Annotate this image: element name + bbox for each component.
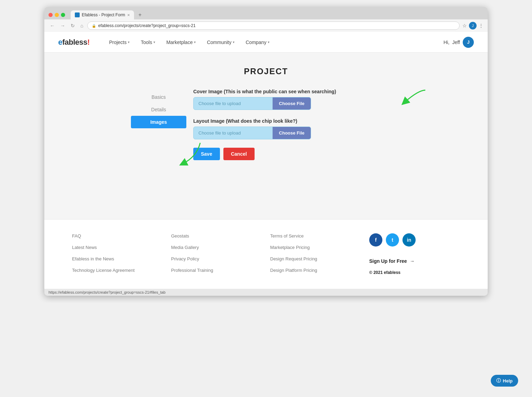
minimize-dot[interactable] — [55, 13, 59, 17]
tab-favicon — [75, 12, 80, 17]
layout-choose-file-button[interactable]: Choose File — [273, 127, 311, 139]
chevron-down-icon: ▾ — [233, 40, 234, 44]
bookmark-icon[interactable]: ☆ — [462, 23, 467, 28]
save-button[interactable]: Save — [193, 148, 220, 160]
chevron-down-icon: ▾ — [153, 40, 155, 44]
footer-grid: FAQ Latest News Efabless in the News Tec… — [72, 233, 460, 275]
facebook-button[interactable]: f — [369, 233, 382, 247]
page-title: PROJECT — [51, 67, 481, 76]
sidebar-nav: Basics Details Images — [131, 89, 186, 160]
tab-title: Efabless - Project Form — [82, 12, 125, 17]
form-layout: Basics Details Images Cover Image (This … — [131, 89, 401, 160]
footer-link-privacy[interactable]: Privacy Policy — [171, 256, 262, 261]
browser-tab[interactable]: Efabless - Project Form ✕ — [71, 10, 134, 19]
menu-icon[interactable]: ⋮ — [479, 23, 484, 28]
browser-actions: ☆ J ⋮ — [462, 22, 484, 29]
cancel-button[interactable]: Cancel — [223, 148, 255, 160]
signup-link[interactable]: Sign Up for Free → — [369, 258, 460, 264]
browser-window: Efabless - Project Form ✕ + ← → ↻ ⌂ 🔒 ef… — [44, 7, 488, 296]
new-tab-icon[interactable]: + — [138, 12, 141, 18]
chevron-down-icon: ▾ — [128, 40, 130, 44]
footer-link-efabless-news[interactable]: Efabless in the News — [72, 256, 163, 261]
footer-link-license[interactable]: Technology License Agreement — [72, 268, 163, 273]
layout-file-wrapper: Choose file to upload Choose File — [193, 127, 401, 139]
copyright: © 2021 efabless — [369, 270, 460, 275]
footer-link-geostats[interactable]: Geostats — [171, 233, 262, 239]
chevron-down-icon: ▾ — [194, 40, 196, 44]
window-controls — [48, 13, 65, 17]
avatar[interactable]: J — [463, 37, 474, 48]
browser-titlebar: Efabless - Project Form ✕ + — [44, 7, 488, 19]
sidebar-item-basics[interactable]: Basics — [131, 91, 186, 103]
linkedin-button[interactable]: in — [402, 233, 416, 247]
maximize-dot[interactable] — [61, 13, 65, 17]
cover-file-wrapper: Choose file to upload Choose File — [193, 97, 401, 110]
footer-link-media-gallery[interactable]: Media Gallery — [171, 245, 262, 250]
user-profile-icon[interactable]: J — [469, 22, 477, 29]
cover-file-input-row: Choose file to upload Choose File — [193, 97, 311, 110]
close-dot[interactable] — [48, 13, 53, 17]
address-bar[interactable]: 🔒 efabless.com/projects/create?project_g… — [87, 21, 460, 30]
user-greeting: Hi, — [444, 40, 450, 45]
logo[interactable]: efabless! — [58, 38, 90, 47]
footer-col-1: FAQ Latest News Efabless in the News Tec… — [72, 233, 163, 275]
twitter-button[interactable]: t — [386, 233, 399, 247]
layout-file-input-row: Choose file to upload Choose File — [193, 127, 311, 139]
url-text: efabless.com/projects/create?project_gro… — [98, 23, 195, 28]
tab-close-icon[interactable]: ✕ — [127, 13, 130, 17]
nav-user: Hi, Jeff J — [444, 37, 474, 48]
footer-link-tos[interactable]: Terms of Service — [270, 233, 361, 239]
sidebar-item-images[interactable]: Images — [131, 116, 186, 128]
lock-icon: 🔒 — [92, 24, 96, 28]
main-area: PROJECT Basics Details Images Cover Imag… — [44, 53, 488, 219]
nav-projects[interactable]: Projects ▾ — [104, 32, 135, 53]
layout-image-field: Layout Image (What does the chip look li… — [193, 118, 401, 139]
social-links: f t in — [369, 233, 460, 247]
main-nav: efabless! Projects ▾ Tools ▾ Marketplace… — [44, 32, 488, 53]
sidebar-item-details[interactable]: Details — [131, 103, 186, 116]
nav-community[interactable]: Community ▾ — [201, 32, 240, 53]
footer-link-latest-news[interactable]: Latest News — [72, 245, 163, 250]
back-button[interactable]: ← — [48, 22, 56, 29]
forward-button[interactable]: → — [59, 22, 66, 29]
footer-col-3: Terms of Service Marketplace Pricing Des… — [270, 233, 361, 275]
cover-choose-file-button[interactable]: Choose File — [273, 97, 311, 110]
layout-file-input-text: Choose file to upload — [194, 127, 273, 139]
nav-marketplace[interactable]: Marketplace ▾ — [161, 32, 201, 53]
footer-link-marketplace-pricing[interactable]: Marketplace Pricing — [270, 245, 361, 250]
chevron-down-icon: ▾ — [268, 40, 269, 44]
footer-col-4: f t in Sign Up for Free → © 2021 efables… — [369, 233, 460, 275]
footer-link-training[interactable]: Professional Training — [171, 268, 262, 273]
reload-button[interactable]: ↻ — [69, 22, 76, 29]
action-buttons: Save Cancel — [193, 148, 401, 160]
footer-link-design-platform[interactable]: Design Platform Pricing — [270, 268, 361, 273]
arrow-right-icon: → — [410, 258, 415, 264]
nav-items: Projects ▾ Tools ▾ Marketplace ▾ Communi… — [104, 32, 275, 53]
footer-link-design-request[interactable]: Design Request Pricing — [270, 256, 361, 261]
layout-image-label: Layout Image (What does the chip look li… — [193, 118, 401, 124]
form-section: Cover Image (This is what the public can… — [186, 89, 401, 160]
user-name: Jeff — [452, 40, 460, 45]
nav-company[interactable]: Company ▾ — [240, 32, 275, 53]
cover-file-input-text: Choose file to upload — [194, 97, 273, 110]
browser-toolbar: ← → ↻ ⌂ 🔒 efabless.com/projects/create?p… — [44, 19, 488, 32]
nav-tools[interactable]: Tools ▾ — [135, 32, 161, 53]
footer-link-faq[interactable]: FAQ — [72, 233, 163, 239]
page-content: efabless! Projects ▾ Tools ▾ Marketplace… — [44, 32, 488, 289]
footer: FAQ Latest News Efabless in the News Tec… — [44, 219, 488, 289]
cover-image-field: Cover Image (This is what the public can… — [193, 89, 401, 110]
status-url: https://efabless.com/projects/create?pro… — [48, 290, 166, 294]
cover-image-label: Cover Image (This is what the public can… — [193, 89, 401, 94]
arrow-annotation-cover — [398, 87, 432, 107]
footer-col-2: Geostats Media Gallery Privacy Policy Pr… — [171, 233, 262, 275]
home-button[interactable]: ⌂ — [79, 22, 85, 29]
status-bar: https://efabless.com/projects/create?pro… — [44, 289, 488, 296]
